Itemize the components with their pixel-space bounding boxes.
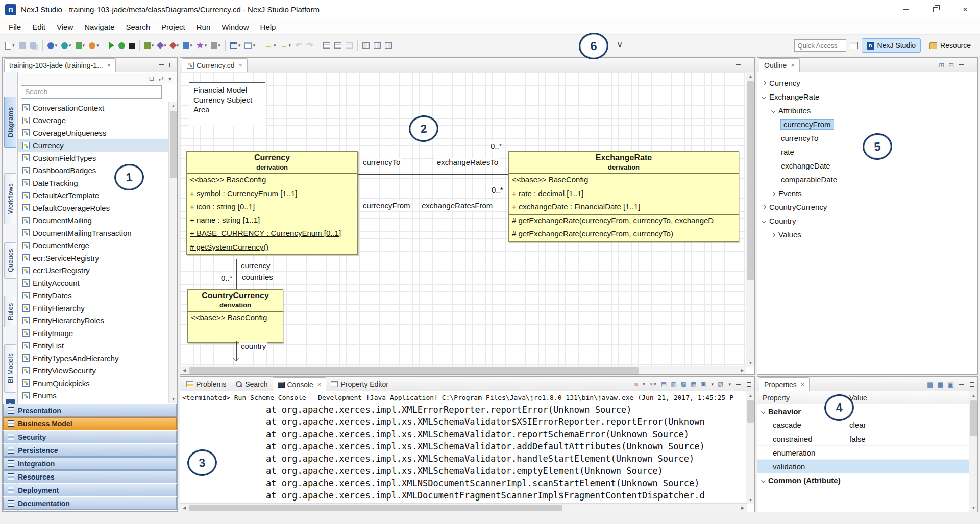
- collapse-all-icon[interactable]: ⊟: [149, 75, 154, 82]
- pin-console-icon[interactable]: ▦: [691, 380, 696, 388]
- model-tool-button[interactable]: ▾: [74, 38, 87, 53]
- scroll-up-icon[interactable]: ▲: [746, 391, 755, 399]
- terminate-button[interactable]: [128, 38, 136, 53]
- scroll-down-icon[interactable]: ▼: [746, 359, 755, 367]
- layer-category-business-model[interactable]: Business Model: [3, 417, 177, 430]
- class-attribute[interactable]: + rate : decimal [1..1]: [509, 187, 739, 201]
- tab-currency-cd[interactable]: Currency.cd ×: [182, 58, 248, 72]
- scrollbar-thumb[interactable]: [189, 367, 639, 374]
- list-item-defaultcoverageroles[interactable]: DefaultCoverageRoles: [18, 202, 169, 215]
- close-icon[interactable]: ×: [791, 61, 795, 69]
- outline-node-currency[interactable]: Currency: [757, 76, 977, 90]
- maximize-button[interactable]: [921, 0, 950, 19]
- list-item-documentmailing[interactable]: DocumentMailing: [18, 215, 169, 227]
- dropdown-caret-icon[interactable]: ▾: [728, 382, 731, 387]
- menu-view[interactable]: View: [51, 19, 79, 34]
- show-advanced-icon[interactable]: ▦: [937, 380, 943, 388]
- remove-launch-icon[interactable]: ×: [642, 380, 646, 388]
- search-input[interactable]: [21, 85, 162, 99]
- list-item-entitylist[interactable]: EntityList: [18, 340, 169, 352]
- outline-node-country[interactable]: Country: [757, 214, 977, 228]
- wand-tool-button[interactable]: ★▾: [195, 38, 209, 53]
- new-wizard-button[interactable]: ▾: [4, 38, 16, 53]
- outline-node-attributes[interactable]: Attributes: [757, 104, 977, 117]
- uml-class-countrycurrency[interactable]: CountryCurrency derivation <<base>> Base…: [187, 289, 283, 343]
- menu-navigate[interactable]: Navigate: [79, 19, 120, 34]
- close-icon[interactable]: ×: [238, 61, 242, 69]
- expand-all-icon[interactable]: ⊞: [939, 61, 944, 69]
- dropdown-caret-icon[interactable]: ▾: [55, 43, 58, 48]
- scroll-down-icon[interactable]: ▼: [969, 504, 978, 512]
- scroll-right-icon[interactable]: ▶: [738, 366, 746, 375]
- tab-problems[interactable]: Problems: [182, 377, 231, 391]
- dropdown-caret-icon[interactable]: ▾: [238, 43, 241, 48]
- dropdown-caret-icon[interactable]: ▾: [177, 43, 179, 48]
- list-item-entitydates[interactable]: EntityDates: [18, 290, 169, 302]
- dropdown-caret-icon[interactable]: ▾: [288, 43, 291, 48]
- outline-node-countrycurrency[interactable]: CountryCurrency: [757, 200, 977, 214]
- tab-navigator[interactable]: training-103-jade (training-1... ×: [4, 58, 116, 72]
- layer-category-presentation[interactable]: Presentation: [3, 404, 177, 417]
- maximize-view-icon[interactable]: [970, 382, 974, 387]
- dropdown-caret-icon[interactable]: ▾: [164, 43, 166, 48]
- scroll-left-icon[interactable]: ◀: [180, 504, 188, 512]
- list-item-coverageuniqueness[interactable]: CoverageUniqueness: [18, 127, 169, 139]
- list-item-dashboardbadges[interactable]: DashboardBadges: [18, 164, 169, 177]
- list-item-ecr-userregistry[interactable]: ecr:UserRegistry: [18, 265, 169, 277]
- layer-category-integration[interactable]: Integration: [3, 457, 177, 470]
- database-tool-button[interactable]: ▾: [181, 38, 194, 53]
- list-item-enums[interactable]: Enums: [18, 390, 169, 402]
- layer-category-security[interactable]: Security: [3, 431, 177, 443]
- outline-node-values[interactable]: Values: [757, 228, 977, 242]
- pin-view-icon[interactable]: ▣: [948, 380, 954, 388]
- menu-help[interactable]: Help: [255, 19, 282, 34]
- outline-node-events[interactable]: Events: [757, 186, 977, 200]
- uml-class-exchangerate[interactable]: ExchangeRate derivation <<base>> BaseCon…: [508, 151, 739, 242]
- dropdown-caret-icon[interactable]: ▾: [205, 43, 207, 48]
- layer-category-resources[interactable]: Resources: [3, 470, 177, 483]
- link-with-editor-button[interactable]: [322, 38, 332, 53]
- outline-node-currencyfrom[interactable]: currencyFrom: [757, 117, 977, 131]
- outline-node-comparabledate[interactable]: comparableDate: [757, 173, 977, 186]
- scroll-down-icon[interactable]: ▼: [169, 395, 178, 403]
- scroll-up-icon[interactable]: ▲: [746, 72, 755, 80]
- diagram-note[interactable]: Financial Model Currency Subject Area: [189, 82, 265, 126]
- dropdown-caret-icon[interactable]: ▾: [218, 43, 220, 48]
- open-perspective-icon[interactable]: [850, 42, 858, 49]
- property-group-behavior[interactable]: Behavior: [757, 404, 969, 418]
- menu-project[interactable]: Project: [156, 19, 191, 34]
- menu-window[interactable]: Window: [216, 19, 254, 34]
- minimize-button[interactable]: [891, 0, 921, 19]
- dropdown-caret-icon[interactable]: ▾: [712, 382, 714, 387]
- dropdown-caret-icon[interactable]: ▾: [190, 43, 192, 48]
- class-operation[interactable]: # getExchangeRate(currencyFrom, currency…: [509, 228, 739, 241]
- list-item-customfieldtypes[interactable]: CustomFieldTypes: [18, 152, 169, 164]
- chevron-right-icon[interactable]: [762, 81, 766, 85]
- chevron-right-icon[interactable]: [771, 232, 775, 236]
- run-button[interactable]: [107, 38, 116, 53]
- link-with-editor-icon[interactable]: ⇄: [159, 75, 164, 82]
- show-categories-icon[interactable]: ▤: [927, 380, 933, 388]
- metadata-tool-button[interactable]: ▾: [60, 38, 73, 53]
- outline-node-exchangedate[interactable]: exchangeDate: [757, 159, 977, 173]
- window-tool-2-button[interactable]: ▾: [243, 38, 257, 53]
- console-output[interactable]: <terminated> Run Scheme Console - Develo…: [181, 391, 747, 504]
- tab-outline[interactable]: Outline ×: [759, 58, 800, 72]
- layer-tab-bi-models[interactable]: BI Models: [4, 344, 16, 393]
- maximize-view-icon[interactable]: [970, 63, 974, 67]
- minimize-view-icon[interactable]: [959, 384, 964, 385]
- scroll-left-icon[interactable]: ◀: [180, 366, 188, 375]
- perspective-resource[interactable]: Resource: [924, 38, 976, 53]
- scroll-lock-icon[interactable]: ▥: [671, 380, 676, 388]
- list-item-enumquickpicks[interactable]: EnumQuickpicks: [18, 377, 169, 390]
- class-operation[interactable]: # getExchangeRate(currencyFrom, currency…: [509, 215, 739, 228]
- maximize-view-icon[interactable]: [747, 382, 751, 387]
- close-button[interactable]: ×: [950, 0, 980, 19]
- scrollbar-thumb[interactable]: [747, 400, 754, 423]
- display-console-icon[interactable]: ▣: [700, 380, 706, 388]
- chevron-right-icon[interactable]: [762, 205, 766, 209]
- list-item-entityhierarchyroles[interactable]: EntityHierarchyRoles: [18, 315, 169, 327]
- collapse-all-icon[interactable]: ⊟: [948, 61, 954, 69]
- dropdown-caret-icon[interactable]: ▾: [69, 43, 71, 48]
- tab-console[interactable]: Console×: [273, 377, 327, 391]
